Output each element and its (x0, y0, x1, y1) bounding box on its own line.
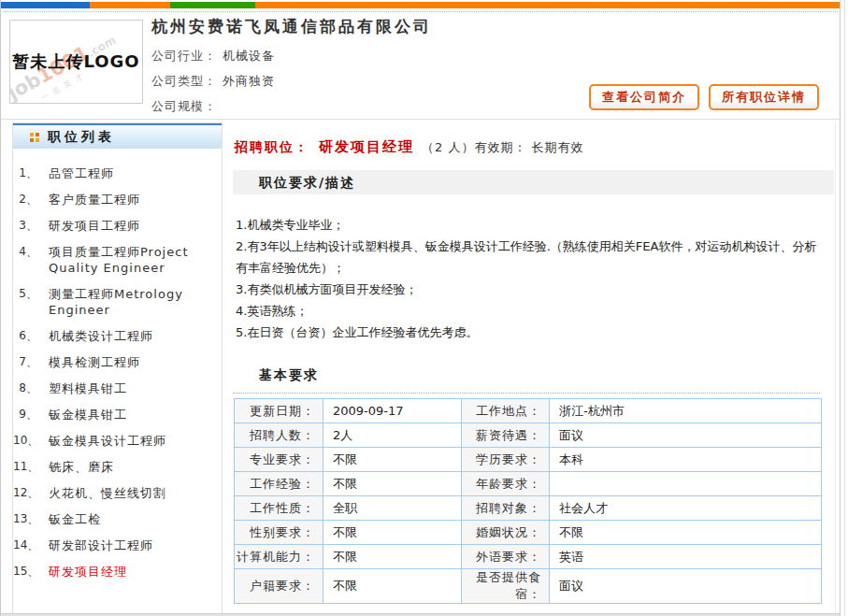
all-jobs-detail-button[interactable]: 所有职位详情 (709, 84, 819, 110)
job-item-number: 7、 (13, 354, 49, 370)
header-buttons: 查看公司简介 所有职位详情 (589, 84, 819, 110)
job-item-label[interactable]: 模具检测工程师 (49, 354, 222, 370)
job-item-number: 12、 (13, 485, 49, 501)
target-group-value: 社会人才 (550, 496, 822, 521)
job-title-prefix: 招聘职位： (235, 139, 309, 154)
job-list-item-8[interactable]: 8、塑料模具钳工 (13, 376, 222, 402)
education-label: 学历要求： (462, 448, 550, 472)
job-list-item-4[interactable]: 4、项目质量工程师Project Quality Engineer (13, 239, 222, 281)
company-type-value: 外商独资 (223, 74, 275, 88)
job-list-item-1[interactable]: 1、品管工程师 (13, 161, 222, 187)
job-list-item-5[interactable]: 5、测量工程师Metrology Engineer (13, 281, 222, 323)
job-nature-value: 全职 (323, 496, 462, 521)
job-list-item-3[interactable]: 3、研发项目工程师 (13, 213, 222, 239)
update-date-label: 更新日期： (235, 399, 323, 423)
topbar-blue-segment (1, 2, 90, 8)
job-list-sidebar: 职位列表 1、品管工程师 2、客户质量工程师 3、研发项目工程师 4、项目质量工… (12, 122, 223, 616)
body-row: 职位列表 1、品管工程师 2、客户质量工程师 3、研发项目工程师 4、项目质量工… (1, 120, 840, 616)
description-line-5: 5.在日资（台资）企业工作经验者优先考虑。 (236, 322, 822, 343)
job-item-number: 9、 (13, 407, 49, 423)
table-row: 性别要求：不限 婚姻状况：不限 (235, 521, 822, 545)
foreign-language-value: 英语 (550, 545, 822, 569)
job-item-number: 4、 (13, 244, 49, 276)
job-list-title: 职位列表 (48, 129, 115, 146)
job-item-label[interactable]: 研发项目工程师 (49, 218, 222, 234)
job-item-label[interactable]: 塑料模具钳工 (49, 380, 222, 396)
job-item-number: 8、 (13, 380, 49, 396)
view-company-profile-button[interactable]: 查看公司简介 (589, 84, 699, 110)
job-detail-main: 招聘职位：研发项目经理（2 人）有效期： 长期有效 职位要求/描述 1.机械类专… (233, 122, 836, 616)
right-edge-line (844, 0, 845, 616)
company-type-label: 公司类型： (151, 74, 217, 88)
target-group-label: 招聘对象： (462, 496, 550, 521)
headcount-value: 2人 (323, 423, 462, 448)
job-list-item-2[interactable]: 2、客户质量工程师 (13, 187, 222, 213)
description-line-1: 1.机械类专业毕业； (236, 214, 822, 236)
job-item-number: 1、 (13, 165, 49, 181)
headcount-label: 招聘人数： (235, 423, 323, 448)
job-item-number: 2、 (13, 192, 49, 208)
job-item-number: 5、 (13, 286, 49, 318)
job-list-item-10[interactable]: 10、钣金模具设计工程师 (13, 428, 222, 454)
job-item-label[interactable]: 测量工程师Metrology Engineer (49, 286, 222, 318)
gender-value: 不限 (323, 521, 462, 545)
job-nature-label: 工作性质： (235, 496, 323, 521)
experience-label: 工作经验： (235, 472, 323, 496)
topbar-orange-segment-long (255, 2, 840, 8)
job-item-label[interactable]: 钣金模具设计工程师 (49, 433, 222, 449)
company-header: job1001.com一览英才 暂未上传LOGO 杭州安费诺飞凤通信部品有限公司… (1, 13, 840, 110)
major-label: 专业要求： (235, 448, 323, 472)
job-description: 1.机械类专业毕业； 2.有3年以上结构设计或塑料模具、钣金模具设计工作经验.（… (233, 194, 827, 356)
job-list-item-9[interactable]: 9、钣金模具钳工 (13, 402, 222, 428)
job-item-label[interactable]: 钣金模具钳工 (49, 407, 222, 423)
job-item-number: 15、 (13, 564, 49, 580)
job-list-item-6[interactable]: 6、机械类设计工程师 (13, 323, 222, 350)
description-line-3: 3.有类似机械方面项目开发经验； (236, 279, 822, 300)
job-item-label[interactable]: 品管工程师 (49, 165, 222, 181)
description-line-2: 2.有3年以上结构设计或塑料模具、钣金模具设计工作经验.（熟练使用相关FEA软件… (236, 236, 822, 279)
company-scale-label: 公司规模： (151, 99, 217, 113)
job-item-label[interactable]: 铣床、磨床 (49, 459, 222, 475)
experience-value: 不限 (323, 472, 462, 496)
major-value: 不限 (323, 448, 462, 472)
job-list-item-11[interactable]: 11、铣床、磨床 (13, 454, 222, 480)
job-item-number: 6、 (13, 328, 49, 344)
topbar-green-segment (170, 2, 255, 8)
residency-label: 户籍要求： (235, 569, 323, 604)
work-location-label: 工作地点： (462, 399, 550, 423)
job-list-item-15-active[interactable]: 15、研发项目经理 (13, 559, 222, 585)
job-item-number: 11、 (13, 459, 49, 475)
job-list-item-12[interactable]: 12、火花机、慢丝线切割 (13, 480, 222, 507)
marital-status-label: 婚姻状况： (462, 521, 550, 545)
company-industry-value: 机械设备 (223, 49, 275, 63)
job-list-item-7[interactable]: 7、模具检测工程师 (13, 350, 222, 376)
job-item-number: 10、 (13, 433, 49, 449)
job-title-line: 招聘职位：研发项目经理（2 人）有效期： 长期有效 (233, 138, 835, 156)
job-list-item-13[interactable]: 13、钣金工检 (13, 507, 222, 533)
job-count-validity: （2 人）有效期： 长期有效 (422, 140, 584, 154)
work-location-value: 浙江-杭州市 (550, 399, 822, 423)
company-industry-label: 公司行业： (151, 49, 217, 63)
job-item-label[interactable]: 火花机、慢丝线切割 (49, 485, 222, 501)
job-item-label[interactable]: 客户质量工程师 (49, 192, 222, 208)
job-list: 1、品管工程师 2、客户质量工程师 3、研发项目工程师 4、项目质量工程师Pro… (13, 149, 222, 585)
job-item-label[interactable]: 机械类设计工程师 (49, 328, 222, 344)
foreign-language-label: 外语要求： (462, 545, 550, 569)
job-item-label[interactable]: 研发项目经理 (49, 564, 222, 580)
job-list-item-14[interactable]: 14、研发部设计工程师 (13, 533, 222, 559)
job-item-label[interactable]: 研发部设计工程师 (49, 537, 222, 553)
company-logo-placeholder: job1001.com一览英才 暂未上传LOGO (9, 20, 143, 104)
age-value (550, 472, 822, 496)
basic-requirements-section-header: 基本要求 (233, 367, 820, 394)
company-name: 杭州安费诺飞凤通信部品有限公司 (151, 16, 840, 37)
company-industry-row: 公司行业：机械设备 (151, 43, 840, 68)
update-date-value: 2009-09-17 (323, 399, 462, 423)
grid-icon (30, 133, 39, 142)
job-item-number: 13、 (13, 511, 49, 527)
description-line-4: 4.英语熟练； (236, 300, 822, 322)
job-item-label[interactable]: 项目质量工程师Project Quality Engineer (49, 244, 222, 276)
job-item-label[interactable]: 钣金工检 (49, 511, 222, 527)
basic-requirements-table: 更新日期：2009-09-17 工作地点：浙江-杭州市 招聘人数：2人 薪资待遇… (234, 398, 822, 604)
top-color-bar (1, 2, 840, 8)
board-lodging-label: 是否提供食宿： (462, 569, 550, 604)
